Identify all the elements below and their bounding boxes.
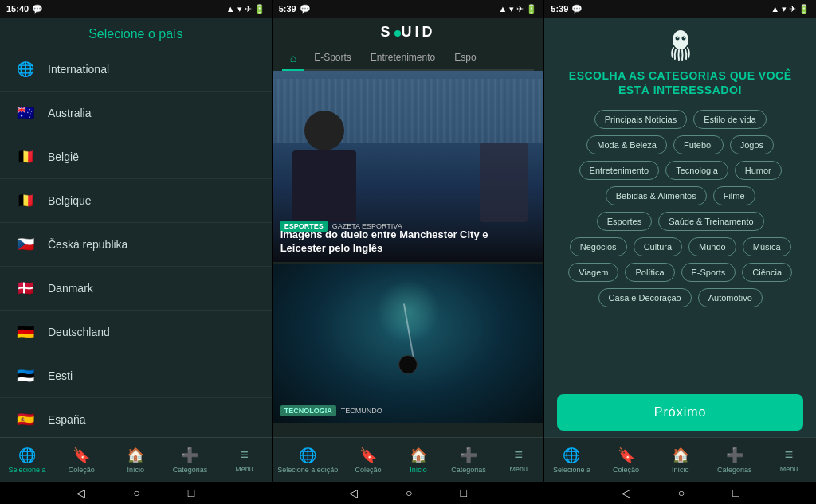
- cat-tag-negócios[interactable]: Negócios: [570, 237, 627, 256]
- cat-tag-viagem[interactable]: Viagem: [568, 263, 618, 282]
- cat-tag-mundo[interactable]: Mundo: [688, 237, 736, 256]
- cat-tag-moda-&-beleza[interactable]: Moda & Beleza: [586, 135, 667, 154]
- cat-tag-estilo-de-vida[interactable]: Estilo de vida: [693, 110, 766, 129]
- tab-home[interactable]: ⌂: [282, 47, 304, 71]
- svg-point-2: [681, 37, 685, 41]
- time-2: 5:39: [279, 4, 296, 14]
- status-bar-2: 5:39 💬 ▲ ▾ ✈ 🔋: [273, 0, 544, 18]
- cat-tag-casa-e-decoração[interactable]: Casa e Decoração: [598, 288, 692, 307]
- tab-espo[interactable]: Espo: [445, 47, 485, 69]
- nav-icon-4: ≡: [785, 447, 794, 463]
- battery-icon-2: 🔋: [526, 4, 537, 14]
- recents-btn-1[interactable]: □: [188, 486, 194, 499]
- nav-item-2[interactable]: 🏠 Início: [398, 447, 438, 474]
- phone-1: 15:40 💬 ▲ ▾ ✈ 🔋 Selecione o país 🌐 Inter…: [0, 0, 272, 504]
- country-name-6: Deutschland: [48, 326, 110, 338]
- phone-2: 5:39 💬 ▲ ▾ ✈ 🔋 SUID ⌂ E-Sports Entreteni…: [273, 0, 544, 504]
- country-item-česká-republika[interactable]: 🇨🇿 Česká republika: [0, 223, 272, 267]
- nav-item-0[interactable]: 🌐 Selecione a: [551, 447, 591, 474]
- cat-tag-tecnologia[interactable]: Tecnologia: [665, 161, 728, 180]
- nav-item-4[interactable]: ≡ Menu: [769, 447, 809, 473]
- wifi-icon: ▾: [237, 4, 242, 14]
- tab-entretenimento[interactable]: Entretenimento: [361, 47, 445, 69]
- cat-tag-entretenimento[interactable]: Entretenimento: [579, 161, 660, 180]
- cat-tag-ciência[interactable]: Ciência: [742, 263, 792, 282]
- home-btn-2[interactable]: ○: [406, 486, 412, 499]
- nav-icon-2: 🏠: [672, 447, 689, 464]
- squid-mascot-icon: [663, 27, 698, 62]
- cat-tag-música[interactable]: Música: [743, 237, 791, 256]
- cat-tag-futebol[interactable]: Futebol: [673, 135, 724, 154]
- home-btn-3[interactable]: ○: [678, 486, 685, 499]
- recents-btn-3[interactable]: □: [732, 486, 739, 499]
- country-item-belgië[interactable]: 🇧🇪 België: [0, 135, 272, 179]
- flag-8: 🇪🇸: [14, 408, 37, 431]
- nav-item-1[interactable]: 🔖 Coleção: [348, 447, 388, 474]
- country-item-danmark[interactable]: 🇩🇰 Danmark: [0, 267, 272, 311]
- cat-tag-e-sports[interactable]: E-Sports: [681, 263, 736, 282]
- back-btn-1[interactable]: ◁: [76, 486, 85, 499]
- status-bar-1: 15:40 💬 ▲ ▾ ✈ 🔋: [0, 0, 272, 18]
- nav-icon-1: 🔖: [618, 447, 635, 464]
- country-item-belgique[interactable]: 🇧🇪 Belgique: [0, 179, 272, 223]
- back-btn-3[interactable]: ◁: [622, 486, 630, 499]
- cat-tag-política[interactable]: Política: [625, 263, 674, 282]
- nav1-item-4[interactable]: ≡ Menu: [225, 447, 265, 473]
- nav-icon-3: ➕: [460, 447, 477, 464]
- nav1-label-3: Categorias: [173, 466, 208, 474]
- cat-tag-humor[interactable]: Humor: [735, 161, 782, 180]
- nav1-item-1[interactable]: 🔖 Coleção: [61, 447, 101, 474]
- country-item-españa[interactable]: 🇪🇸 España: [0, 398, 272, 437]
- nav1-label-1: Coleção: [69, 466, 95, 474]
- nav-item-0[interactable]: 🌐 Selecione a edição: [277, 447, 338, 474]
- categories-screen: ESCOLHA AS CATEGORIAS QUE VOCÊ ESTÁ INTE…: [544, 18, 816, 437]
- cat-row-5: NegóciosCulturaMundoMúsica: [554, 237, 806, 256]
- news-img-space: [273, 264, 544, 423]
- nav1-icon-1: 🔖: [73, 447, 90, 464]
- signal-icon: ▲: [226, 4, 235, 14]
- cat-tag-automotivo[interactable]: Automotivo: [698, 288, 763, 307]
- nav-item-4[interactable]: ≡ Menu: [499, 447, 539, 473]
- cat-tag-filme[interactable]: Filme: [713, 186, 755, 205]
- country-item-eesti[interactable]: 🇪🇪 Eesti: [0, 354, 272, 398]
- nav-item-2[interactable]: 🏠 Início: [661, 447, 700, 474]
- cat-tag-jogos[interactable]: Jogos: [730, 135, 774, 154]
- nav1-item-3[interactable]: ➕ Categorias: [170, 447, 210, 474]
- news-card-2[interactable]: TECNOLOGIA TECMUNDO: [273, 264, 544, 423]
- country-item-australia[interactable]: 🇦🇺 Australia: [0, 92, 272, 135]
- country-name-2: België: [48, 150, 79, 163]
- cat-tag-cultura[interactable]: Cultura: [634, 237, 682, 256]
- news-card-1[interactable]: ESPORTES GAZETA ESPORTIVA Imagens do due…: [273, 71, 544, 262]
- nav-icon-0: 🌐: [299, 447, 316, 464]
- nav-label-0: Selecione a: [553, 466, 590, 474]
- nav-label-3: Categorias: [451, 466, 486, 474]
- home-btn-1[interactable]: ○: [133, 486, 139, 499]
- nav1-item-2[interactable]: 🏠 Início: [116, 447, 155, 474]
- android-nav-2: ◁ ○ □: [273, 482, 544, 504]
- cat-row-7: Casa e DecoraçãoAutomotivo: [554, 288, 806, 307]
- cat-tag-esportes[interactable]: Esportes: [597, 212, 652, 231]
- nav-item-1[interactable]: 🔖 Coleção: [606, 447, 646, 474]
- nav-item-3[interactable]: ➕ Categorias: [715, 447, 755, 474]
- tab-esports[interactable]: E-Sports: [304, 47, 361, 69]
- nav-item-3[interactable]: ➕ Categorias: [449, 447, 488, 474]
- nav-icon-3: ➕: [726, 447, 743, 464]
- nav-icon-2: 🏠: [410, 447, 427, 464]
- proximo-button[interactable]: Próximo: [557, 394, 803, 431]
- flag-1: 🇦🇺: [14, 102, 37, 124]
- signal-icon-2: ▲: [498, 4, 507, 14]
- country-item-international[interactable]: 🌐 International: [0, 48, 272, 92]
- cat-grid: Principais NotíciasEstilo de vidaModa & …: [544, 104, 816, 388]
- cat-tag-bebidas-&-alimentos[interactable]: Bebidas & Alimentos: [606, 186, 707, 205]
- country-item-deutschland[interactable]: 🇩🇪 Deutschland: [0, 311, 272, 354]
- whatsapp-icon: 💬: [32, 4, 43, 14]
- squid-screen: SUID ⌂ E-Sports Entretenimento Espo: [273, 18, 544, 437]
- back-btn-2[interactable]: ◁: [349, 486, 358, 499]
- cat-tag-saúde-&-treinamento[interactable]: Saúde & Treinamento: [658, 212, 763, 231]
- recents-btn-2[interactable]: □: [461, 486, 467, 499]
- cat-row-1: Moda & BelezaFutebolJogos: [554, 135, 806, 154]
- nav1-icon-0: 🌐: [18, 447, 36, 464]
- cat-tag-principais-notícias[interactable]: Principais Notícias: [594, 110, 687, 129]
- nav1-item-0[interactable]: 🌐 Selecione a: [7, 447, 47, 474]
- country-name-4: Česká republika: [48, 238, 128, 251]
